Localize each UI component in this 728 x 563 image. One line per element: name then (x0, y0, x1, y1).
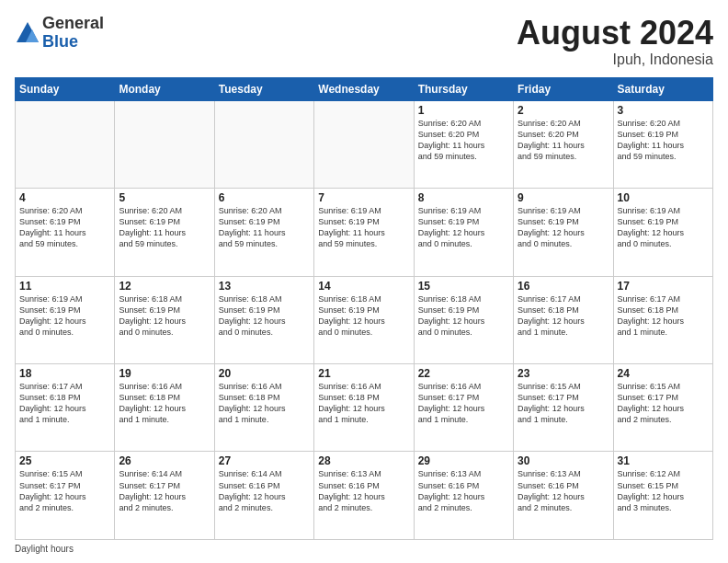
col-thursday: Thursday (414, 77, 513, 100)
table-row: 15Sunrise: 6:18 AM Sunset: 6:19 PM Dayli… (414, 276, 513, 363)
day-info: Sunrise: 6:15 AM Sunset: 6:17 PM Dayligh… (19, 468, 110, 513)
table-row: 4Sunrise: 6:20 AM Sunset: 6:19 PM Daylig… (16, 189, 115, 276)
col-saturday: Saturday (613, 77, 712, 100)
day-info: Sunrise: 6:18 AM Sunset: 6:19 PM Dayligh… (119, 293, 210, 339)
day-info: Sunrise: 6:17 AM Sunset: 6:18 PM Dayligh… (518, 293, 609, 339)
table-row: 14Sunrise: 6:18 AM Sunset: 6:19 PM Dayli… (314, 276, 414, 363)
table-row: 3Sunrise: 6:20 AM Sunset: 6:19 PM Daylig… (613, 100, 712, 188)
day-number: 1 (418, 104, 509, 117)
day-number: 7 (318, 191, 409, 204)
col-tuesday: Tuesday (214, 77, 313, 100)
table-row: 6Sunrise: 6:20 AM Sunset: 6:19 PM Daylig… (214, 189, 313, 276)
calendar-week-row: 4Sunrise: 6:20 AM Sunset: 6:19 PM Daylig… (16, 189, 713, 276)
table-row: 28Sunrise: 6:13 AM Sunset: 6:16 PM Dayli… (314, 452, 414, 540)
day-info: Sunrise: 6:18 AM Sunset: 6:19 PM Dayligh… (318, 293, 409, 339)
calendar-week-row: 25Sunrise: 6:15 AM Sunset: 6:17 PM Dayli… (16, 452, 713, 540)
day-info: Sunrise: 6:20 AM Sunset: 6:19 PM Dayligh… (219, 205, 310, 250)
calendar-week-row: 18Sunrise: 6:17 AM Sunset: 6:18 PM Dayli… (16, 364, 713, 452)
day-number: 22 (418, 367, 509, 380)
day-info: Sunrise: 6:18 AM Sunset: 6:19 PM Dayligh… (418, 293, 509, 339)
table-row: 22Sunrise: 6:16 AM Sunset: 6:17 PM Dayli… (414, 364, 513, 452)
day-number: 24 (618, 367, 709, 380)
day-number: 14 (318, 280, 409, 293)
day-number: 29 (418, 454, 509, 467)
day-info: Sunrise: 6:18 AM Sunset: 6:19 PM Dayligh… (219, 293, 310, 339)
table-row: 23Sunrise: 6:15 AM Sunset: 6:17 PM Dayli… (514, 364, 613, 452)
page: General Blue August 2024 Ipuh, Indonesia… (0, 0, 728, 563)
table-row: 2Sunrise: 6:20 AM Sunset: 6:20 PM Daylig… (514, 100, 613, 188)
calendar-table: Sunday Monday Tuesday Wednesday Thursday… (15, 77, 713, 540)
day-info: Sunrise: 6:20 AM Sunset: 6:19 PM Dayligh… (618, 118, 709, 163)
day-number: 31 (618, 454, 709, 467)
table-row: 31Sunrise: 6:12 AM Sunset: 6:15 PM Dayli… (613, 452, 712, 540)
day-number: 12 (119, 280, 210, 293)
day-info: Sunrise: 6:15 AM Sunset: 6:17 PM Dayligh… (618, 381, 709, 426)
day-number: 26 (119, 454, 210, 467)
logo: General Blue (15, 15, 104, 52)
col-sunday: Sunday (16, 77, 115, 100)
table-row: 5Sunrise: 6:20 AM Sunset: 6:19 PM Daylig… (115, 189, 214, 276)
day-info: Sunrise: 6:16 AM Sunset: 6:18 PM Dayligh… (318, 381, 409, 426)
day-number: 5 (119, 191, 210, 204)
table-row: 19Sunrise: 6:16 AM Sunset: 6:18 PM Dayli… (115, 364, 214, 452)
day-info: Sunrise: 6:15 AM Sunset: 6:17 PM Dayligh… (518, 381, 609, 426)
day-number: 10 (618, 191, 709, 204)
table-row (16, 100, 115, 188)
day-info: Sunrise: 6:13 AM Sunset: 6:16 PM Dayligh… (318, 468, 409, 513)
day-info: Sunrise: 6:16 AM Sunset: 6:18 PM Dayligh… (119, 381, 210, 426)
day-info: Sunrise: 6:19 AM Sunset: 6:19 PM Dayligh… (618, 205, 709, 250)
day-number: 13 (219, 280, 310, 293)
day-number: 21 (318, 367, 409, 380)
day-number: 2 (518, 104, 609, 117)
day-info: Sunrise: 6:20 AM Sunset: 6:19 PM Dayligh… (19, 205, 110, 250)
table-row: 11Sunrise: 6:19 AM Sunset: 6:19 PM Dayli… (16, 276, 115, 363)
daylight-hours-label: Daylight hours (15, 544, 74, 554)
table-row: 29Sunrise: 6:13 AM Sunset: 6:16 PM Dayli… (414, 452, 513, 540)
day-number: 30 (518, 454, 609, 467)
title-area: August 2024 Ipuh, Indonesia (517, 15, 713, 68)
table-row: 30Sunrise: 6:13 AM Sunset: 6:16 PM Dayli… (514, 452, 613, 540)
col-monday: Monday (115, 77, 214, 100)
table-row: 24Sunrise: 6:15 AM Sunset: 6:17 PM Dayli… (613, 364, 712, 452)
table-row: 7Sunrise: 6:19 AM Sunset: 6:19 PM Daylig… (314, 189, 414, 276)
day-info: Sunrise: 6:13 AM Sunset: 6:16 PM Dayligh… (518, 468, 609, 513)
table-row (115, 100, 214, 188)
day-number: 27 (219, 454, 310, 467)
col-friday: Friday (514, 77, 613, 100)
day-info: Sunrise: 6:13 AM Sunset: 6:16 PM Dayligh… (418, 468, 509, 513)
day-info: Sunrise: 6:14 AM Sunset: 6:17 PM Dayligh… (119, 468, 210, 513)
table-row: 21Sunrise: 6:16 AM Sunset: 6:18 PM Dayli… (314, 364, 414, 452)
logo-text: General Blue (42, 15, 104, 52)
day-number: 18 (19, 367, 110, 380)
day-number: 8 (418, 191, 509, 204)
day-info: Sunrise: 6:16 AM Sunset: 6:18 PM Dayligh… (219, 381, 310, 426)
day-number: 19 (119, 367, 210, 380)
day-info: Sunrise: 6:19 AM Sunset: 6:19 PM Dayligh… (318, 205, 409, 250)
day-info: Sunrise: 6:20 AM Sunset: 6:20 PM Dayligh… (518, 118, 609, 163)
calendar-header-row: Sunday Monday Tuesday Wednesday Thursday… (16, 77, 713, 100)
day-info: Sunrise: 6:12 AM Sunset: 6:15 PM Dayligh… (618, 468, 709, 513)
day-info: Sunrise: 6:20 AM Sunset: 6:19 PM Dayligh… (119, 205, 210, 250)
day-number: 4 (19, 191, 110, 204)
calendar-week-row: 1Sunrise: 6:20 AM Sunset: 6:20 PM Daylig… (16, 100, 713, 188)
table-row: 17Sunrise: 6:17 AM Sunset: 6:18 PM Dayli… (613, 276, 712, 363)
day-info: Sunrise: 6:19 AM Sunset: 6:19 PM Dayligh… (19, 293, 110, 339)
table-row: 13Sunrise: 6:18 AM Sunset: 6:19 PM Dayli… (214, 276, 313, 363)
table-row: 9Sunrise: 6:19 AM Sunset: 6:19 PM Daylig… (514, 189, 613, 276)
table-row: 8Sunrise: 6:19 AM Sunset: 6:19 PM Daylig… (414, 189, 513, 276)
day-number: 3 (618, 104, 709, 117)
logo-blue-text: Blue (42, 33, 104, 52)
col-wednesday: Wednesday (314, 77, 414, 100)
header: General Blue August 2024 Ipuh, Indonesia (15, 15, 713, 68)
day-info: Sunrise: 6:20 AM Sunset: 6:20 PM Dayligh… (418, 118, 509, 163)
table-row: 26Sunrise: 6:14 AM Sunset: 6:17 PM Dayli… (115, 452, 214, 540)
table-row: 20Sunrise: 6:16 AM Sunset: 6:18 PM Dayli… (214, 364, 313, 452)
day-number: 17 (618, 280, 709, 293)
day-number: 16 (518, 280, 609, 293)
day-number: 11 (19, 280, 110, 293)
footer-note: Daylight hours (15, 544, 713, 554)
day-number: 23 (518, 367, 609, 380)
table-row: 1Sunrise: 6:20 AM Sunset: 6:20 PM Daylig… (414, 100, 513, 188)
day-info: Sunrise: 6:19 AM Sunset: 6:19 PM Dayligh… (518, 205, 609, 250)
logo-icon (15, 20, 40, 46)
